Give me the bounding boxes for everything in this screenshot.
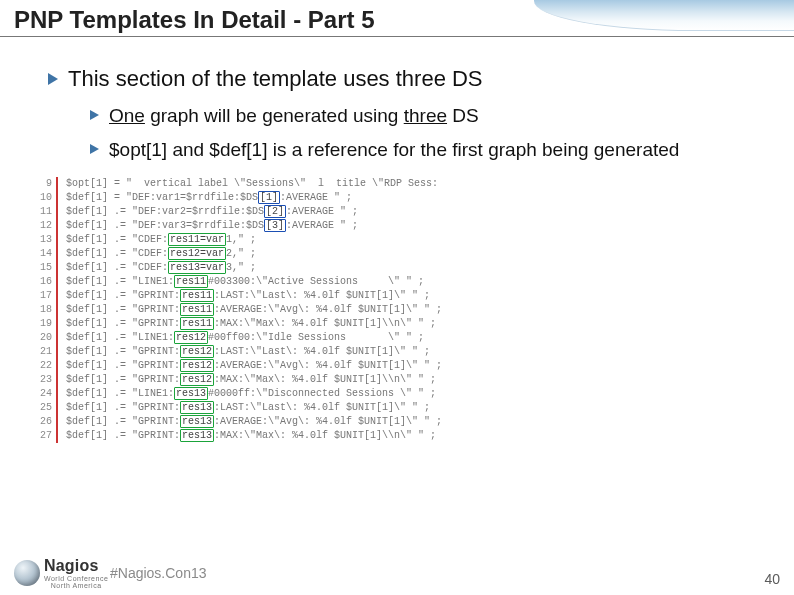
- code-line: $def[1] .= "GPRINT:res11:LAST:\"Last\: %…: [66, 289, 442, 303]
- line-number: 25: [40, 401, 52, 415]
- code-line: $def[1] .= "DEF:var3=$rrdfile:$DS[3]:AVE…: [66, 219, 442, 233]
- bullet-text: This section of the template uses three …: [68, 64, 483, 94]
- globe-icon: [14, 560, 40, 586]
- highlight-blue: [1]: [258, 191, 280, 204]
- code-line: $def[1] .= "GPRINT:res13:LAST:\"Last\: %…: [66, 401, 442, 415]
- hashtag-text: #Nagios.Con13: [110, 565, 207, 581]
- title-bar: PNP Templates In Detail - Part 5: [0, 0, 794, 50]
- highlight-green: res11=var: [168, 233, 226, 246]
- line-number: 11: [40, 205, 52, 219]
- line-number: 16: [40, 275, 52, 289]
- code-line: $def[1] .= "GPRINT:res12:MAX:\"Max\: %4.…: [66, 373, 442, 387]
- bullet-text: $opt[1] and $def[1] is a reference for t…: [109, 138, 679, 163]
- bullet-text: One graph will be generated using three …: [109, 104, 479, 129]
- triangle-bullet-icon: [90, 110, 99, 120]
- code-line: $def[1] .= "CDEF:res11=var1," ;: [66, 233, 442, 247]
- highlight-green: res12: [174, 331, 208, 344]
- line-number: 18: [40, 303, 52, 317]
- line-number: 10: [40, 191, 52, 205]
- code-lines: $opt[1] = " vertical label \"Sessions\" …: [58, 177, 442, 443]
- line-number: 13: [40, 233, 52, 247]
- triangle-bullet-icon: [90, 144, 99, 154]
- highlight-green: res12: [180, 359, 214, 372]
- line-number: 27: [40, 429, 52, 443]
- line-number: 12: [40, 219, 52, 233]
- code-line: $def[1] .= "GPRINT:res11:AVERAGE:\"Avg\:…: [66, 303, 442, 317]
- code-line: $def[1] .= "GPRINT:res13:AVERAGE:\"Avg\:…: [66, 415, 442, 429]
- highlight-green: res11: [180, 289, 214, 302]
- code-line: $def[1] = "DEF:var1=$rrdfile:$DS[1]:AVER…: [66, 191, 442, 205]
- line-number: 14: [40, 247, 52, 261]
- page-number: 40: [764, 571, 780, 587]
- line-number-gutter: 9101112131415161718192021222324252627: [38, 177, 58, 443]
- line-number: 23: [40, 373, 52, 387]
- highlight-blue: [2]: [264, 205, 286, 218]
- brand-text: Nagios World Conference North America: [44, 557, 108, 589]
- code-line: $opt[1] = " vertical label \"Sessions\" …: [66, 177, 442, 191]
- highlight-green: res12=var: [168, 247, 226, 260]
- code-line: $def[1] .= "CDEF:res13=var3," ;: [66, 261, 442, 275]
- code-line: $def[1] .= "CDEF:res12=var2," ;: [66, 247, 442, 261]
- highlight-green: res13: [180, 401, 214, 414]
- footer: Nagios World Conference North America #N…: [0, 549, 794, 595]
- line-number: 19: [40, 317, 52, 331]
- highlight-green: res12: [180, 373, 214, 386]
- highlight-blue: [3]: [264, 219, 286, 232]
- code-line: $def[1] .= "LINE1:res13#0000ff:\"Disconn…: [66, 387, 442, 401]
- line-number: 20: [40, 331, 52, 345]
- content-area: This section of the template uses three …: [0, 50, 794, 443]
- highlight-green: res11: [174, 275, 208, 288]
- highlight-green: res13: [174, 387, 208, 400]
- code-line: $def[1] .= "GPRINT:res11:MAX:\"Max\: %4.…: [66, 317, 442, 331]
- code-line: $def[1] .= "GPRINT:res13:MAX:\"Max\: %4.…: [66, 429, 442, 443]
- nagios-logo: Nagios World Conference North America: [14, 557, 108, 589]
- code-snippet: 9101112131415161718192021222324252627 $o…: [38, 177, 770, 443]
- code-line: $def[1] .= "GPRINT:res12:AVERAGE:\"Avg\:…: [66, 359, 442, 373]
- line-number: 26: [40, 415, 52, 429]
- code-line: $def[1] .= "LINE1:res11#003300:\"Active …: [66, 275, 442, 289]
- highlight-green: res13=var: [168, 261, 226, 274]
- bullet-level1: This section of the template uses three …: [48, 64, 770, 94]
- highlight-green: res12: [180, 345, 214, 358]
- line-number: 22: [40, 359, 52, 373]
- line-number: 21: [40, 345, 52, 359]
- code-area: 9101112131415161718192021222324252627 $o…: [38, 177, 770, 443]
- title-underline: [0, 36, 794, 37]
- line-number: 24: [40, 387, 52, 401]
- slide: PNP Templates In Detail - Part 5 This se…: [0, 0, 794, 595]
- line-number: 9: [40, 177, 52, 191]
- code-line: $def[1] .= "GPRINT:res12:LAST:\"Last\: %…: [66, 345, 442, 359]
- code-line: $def[1] .= "DEF:var2=$rrdfile:$DS[2]:AVE…: [66, 205, 442, 219]
- line-number: 17: [40, 289, 52, 303]
- bullet-level2: $opt[1] and $def[1] is a reference for t…: [90, 138, 770, 163]
- code-line: $def[1] .= "LINE1:res12#00ff00:\"Idle Se…: [66, 331, 442, 345]
- highlight-green: res11: [180, 303, 214, 316]
- highlight-green: res11: [180, 317, 214, 330]
- line-number: 15: [40, 261, 52, 275]
- highlight-green: res13: [180, 429, 214, 442]
- triangle-bullet-icon: [48, 73, 58, 85]
- highlight-green: res13: [180, 415, 214, 428]
- bullet-level2: One graph will be generated using three …: [90, 104, 770, 129]
